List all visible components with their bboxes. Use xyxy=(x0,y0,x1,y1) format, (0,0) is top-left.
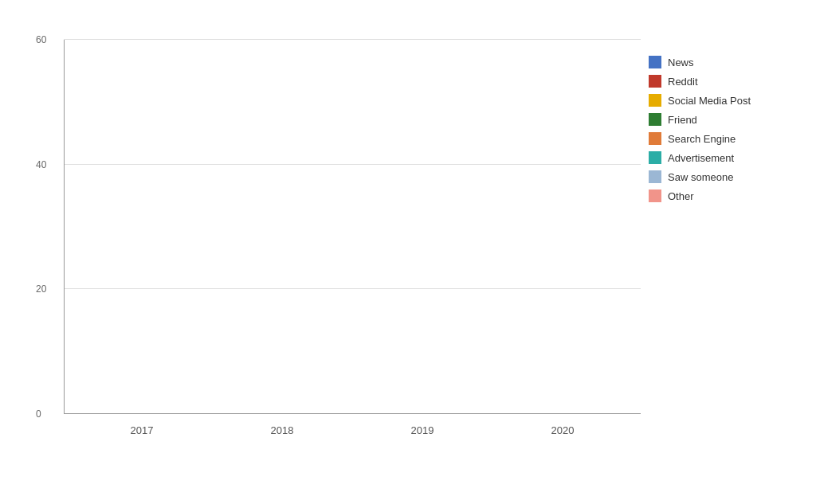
legend-label: Saw someone xyxy=(668,171,733,183)
legend-color-box xyxy=(649,151,661,164)
chart-container: 0204060 2017201820192020 NewsRedditSocia… xyxy=(0,0,816,504)
y-tick-label: 40 xyxy=(36,159,46,170)
x-tick-label: 2019 xyxy=(352,414,492,446)
legend-color-box xyxy=(649,56,661,68)
legend-label: Search Engine xyxy=(668,133,736,145)
chart-area: 0204060 2017201820192020 xyxy=(16,40,641,446)
bars-area xyxy=(64,40,641,414)
legend-color-box xyxy=(649,170,661,183)
y-axis-line xyxy=(64,40,65,414)
legend-item: Advertisement xyxy=(649,151,800,164)
y-tick-label: 60 xyxy=(36,34,46,45)
legend-item: Saw someone xyxy=(649,170,800,183)
legend-item: Friend xyxy=(649,113,800,126)
x-tick-label: 2018 xyxy=(212,414,352,446)
legend-label: Advertisement xyxy=(668,152,734,164)
legend-label: News xyxy=(668,57,694,68)
legend-label: Other xyxy=(668,190,694,202)
legend-item: Search Engine xyxy=(649,132,800,145)
y-tick-label: 0 xyxy=(36,408,41,420)
chart-body: 0204060 2017201820192020 NewsRedditSocia… xyxy=(16,40,800,446)
legend-item: Other xyxy=(649,189,800,202)
x-tick-label: 2020 xyxy=(492,414,633,446)
legend-color-box xyxy=(649,94,661,107)
legend-label: Friend xyxy=(668,114,697,126)
legend-item: Reddit xyxy=(649,75,800,88)
legend-item: News xyxy=(649,56,800,68)
legend-color-box xyxy=(649,132,661,145)
x-labels: 2017201820192020 xyxy=(64,414,641,446)
x-tick-label: 2017 xyxy=(72,414,212,446)
legend-label: Reddit xyxy=(668,76,698,88)
legend-color-box xyxy=(649,113,661,126)
legend-color-box xyxy=(649,189,661,202)
legend-label: Social Media Post xyxy=(668,95,751,107)
legend: NewsRedditSocial Media PostFriendSearch … xyxy=(641,40,800,446)
legend-color-box xyxy=(649,75,661,88)
legend-item: Social Media Post xyxy=(649,94,800,107)
y-tick-label: 20 xyxy=(36,283,46,295)
